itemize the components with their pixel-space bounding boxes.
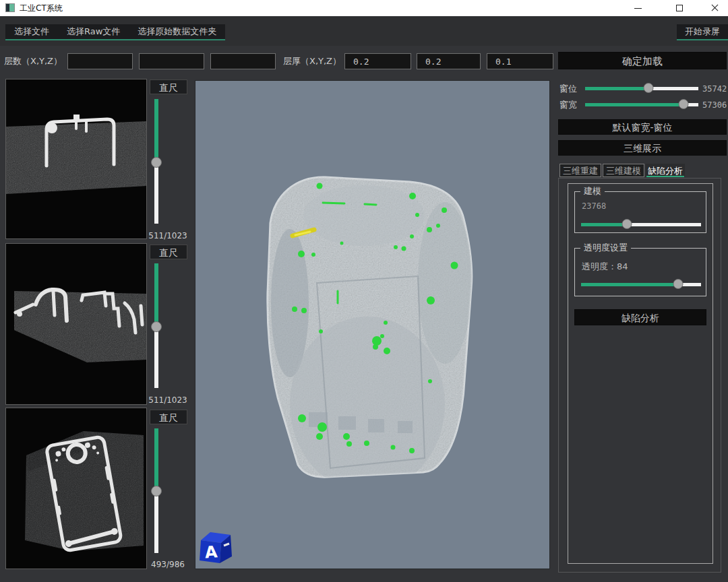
confirm-load-button[interactable]: 确定加载 — [558, 52, 727, 69]
window-width-value: 57306 — [702, 100, 727, 110]
opacity-value-label: 透明度：84 — [582, 261, 628, 273]
select-file-button[interactable]: 选择文件 — [5, 24, 58, 39]
tab-3d-reconstruction[interactable]: 三维重建 — [559, 164, 601, 177]
modeling-group-title: 建模 — [580, 186, 605, 197]
ruler-button-3[interactable]: 直尺 — [150, 410, 187, 424]
opacity-group-title: 透明度设置 — [580, 243, 631, 253]
titlebar[interactable]: 工业CT系统 — [0, 0, 728, 16]
ruler-button-1[interactable]: 直尺 — [150, 79, 187, 94]
defect-analysis-frame — [568, 183, 713, 564]
slice-position-3: 493/986 — [147, 560, 189, 569]
thickness-x-input[interactable] — [344, 53, 411, 69]
default-ww-wl-button[interactable]: 默认窗宽-窗位 — [558, 119, 727, 135]
select-raw-file-button[interactable]: 选择Raw文件 — [58, 24, 129, 39]
app-icon — [5, 3, 15, 12]
maximize-icon — [676, 5, 683, 11]
slider-track[interactable] — [581, 223, 701, 226]
viewport-3d[interactable]: A — [195, 80, 550, 569]
defect-analysis-button[interactable]: 缺陷分析 — [574, 309, 706, 325]
maximize-button[interactable] — [667, 0, 692, 16]
slider-handle[interactable] — [644, 83, 654, 93]
thickness-y-input[interactable] — [417, 53, 481, 69]
slice-position-1: 511/1023 — [147, 231, 189, 240]
slice-slider-2[interactable] — [150, 263, 162, 388]
minimize-button[interactable] — [626, 0, 650, 16]
slice-view-middle — [5, 243, 147, 405]
window-width-slider[interactable] — [585, 99, 698, 110]
toolbar: 选择文件 选择Raw文件 选择原始数据文件夹 开始录屏 — [0, 16, 728, 46]
slider-handle[interactable] — [151, 486, 162, 496]
tab-defect-analysis[interactable]: 缺陷分析 — [646, 164, 685, 177]
slice-view-top — [5, 79, 147, 239]
renderer-logo-cube: A — [200, 532, 232, 563]
start-recording-button[interactable]: 开始录屏 — [677, 24, 728, 40]
slice-image-xy — [6, 79, 146, 238]
thickness-z-input[interactable] — [487, 53, 553, 69]
slider-handle[interactable] — [673, 279, 684, 289]
minimize-icon — [634, 8, 642, 9]
window-level-value: 35742 — [702, 84, 727, 94]
display-3d-button[interactable]: 三维展示 — [558, 140, 727, 156]
window-title: 工业CT系统 — [20, 0, 63, 16]
layers-z-input[interactable] — [210, 53, 276, 69]
opacity-slider[interactable] — [581, 279, 701, 290]
layers-x-input[interactable] — [67, 53, 133, 69]
window-level-slider[interactable] — [585, 83, 698, 94]
slice-slider-1[interactable] — [150, 99, 162, 224]
slider-handle[interactable] — [679, 99, 689, 109]
modeling-value: 23768 — [582, 201, 606, 211]
slider-handle[interactable] — [151, 321, 162, 332]
layers-y-input[interactable] — [139, 53, 204, 69]
slider-track[interactable] — [585, 87, 698, 90]
slice-image-xz — [6, 244, 146, 404]
window-level-label: 窗位 — [559, 83, 577, 95]
slice-position-2: 511/1023 — [147, 395, 189, 405]
svg-text:A: A — [204, 542, 218, 562]
layers-label: 层数（X,Y,Z） — [4, 53, 62, 70]
modeling-slider[interactable] — [581, 219, 701, 230]
slice-view-bottom — [5, 408, 147, 569]
tab-3d-modeling[interactable]: 三维建模 — [603, 164, 644, 177]
ruler-button-2[interactable]: 直尺 — [150, 245, 187, 259]
slice-image-yz — [6, 408, 146, 569]
window-width-label: 窗宽 — [559, 99, 577, 111]
slider-handle[interactable] — [151, 157, 162, 168]
close-button[interactable] — [702, 0, 727, 16]
slice-slider-3[interactable] — [150, 428, 162, 553]
select-raw-data-folder-button[interactable]: 选择原始数据文件夹 — [129, 24, 225, 39]
thickness-label: 层厚（X,Y,Z） — [283, 53, 341, 70]
ct-volume-render: A — [195, 81, 549, 569]
slider-handle[interactable] — [621, 219, 632, 229]
file-button-group: 选择文件 选择Raw文件 选择原始数据文件夹 — [5, 24, 225, 40]
